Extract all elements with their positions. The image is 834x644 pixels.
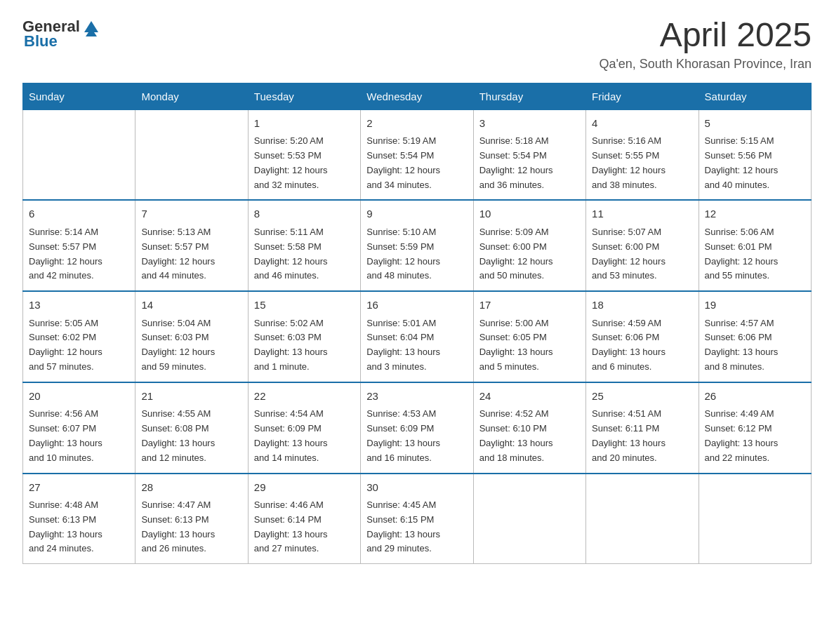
calendar-cell: 20Sunrise: 4:56 AM Sunset: 6:07 PM Dayli… xyxy=(23,382,135,474)
calendar-week-row: 20Sunrise: 4:56 AM Sunset: 6:07 PM Dayli… xyxy=(23,382,812,474)
day-number: 8 xyxy=(254,206,355,222)
calendar-week-row: 6Sunrise: 5:14 AM Sunset: 5:57 PM Daylig… xyxy=(23,200,812,291)
day-info: Sunrise: 4:52 AM Sunset: 6:10 PM Dayligh… xyxy=(479,407,580,465)
logo-blue-text: Blue xyxy=(24,32,58,51)
calendar-cell: 28Sunrise: 4:47 AM Sunset: 6:13 PM Dayli… xyxy=(135,474,248,564)
day-number: 15 xyxy=(254,297,355,314)
calendar-cell: 16Sunrise: 5:01 AM Sunset: 6:04 PM Dayli… xyxy=(361,291,473,382)
day-info: Sunrise: 5:02 AM Sunset: 6:03 PM Dayligh… xyxy=(254,316,355,375)
page-header: General Blue April 2025 Qa'en, South Kho… xyxy=(22,17,812,72)
calendar-cell: 19Sunrise: 4:57 AM Sunset: 6:06 PM Dayli… xyxy=(699,291,811,382)
day-number: 13 xyxy=(29,297,129,314)
day-info: Sunrise: 4:45 AM Sunset: 6:15 PM Dayligh… xyxy=(366,498,467,556)
calendar-week-row: 27Sunrise: 4:48 AM Sunset: 6:13 PM Dayli… xyxy=(23,474,812,564)
day-number: 5 xyxy=(705,116,805,132)
calendar-day-header: Saturday xyxy=(699,83,811,109)
day-info: Sunrise: 4:49 AM Sunset: 6:12 PM Dayligh… xyxy=(705,407,805,465)
calendar-cell: 23Sunrise: 4:53 AM Sunset: 6:09 PM Dayli… xyxy=(361,382,473,474)
calendar-day-header: Friday xyxy=(586,83,699,109)
logo-icon xyxy=(81,17,101,36)
calendar-body: 1Sunrise: 5:20 AM Sunset: 5:53 PM Daylig… xyxy=(23,109,812,563)
day-info: Sunrise: 5:14 AM Sunset: 5:57 PM Dayligh… xyxy=(29,225,129,283)
calendar-week-row: 13Sunrise: 5:05 AM Sunset: 6:02 PM Dayli… xyxy=(23,291,812,382)
calendar-day-header: Thursday xyxy=(473,83,585,109)
day-number: 21 xyxy=(141,389,241,405)
day-number: 22 xyxy=(254,389,355,405)
day-info: Sunrise: 5:04 AM Sunset: 6:03 PM Dayligh… xyxy=(141,316,241,375)
day-info: Sunrise: 4:53 AM Sunset: 6:09 PM Dayligh… xyxy=(366,407,467,465)
day-number: 1 xyxy=(254,116,355,132)
day-info: Sunrise: 4:57 AM Sunset: 6:06 PM Dayligh… xyxy=(705,316,805,375)
calendar-cell: 26Sunrise: 4:49 AM Sunset: 6:12 PM Dayli… xyxy=(699,382,811,474)
day-info: Sunrise: 5:18 AM Sunset: 5:54 PM Dayligh… xyxy=(479,134,580,192)
calendar-cell xyxy=(135,109,248,200)
day-info: Sunrise: 5:00 AM Sunset: 6:05 PM Dayligh… xyxy=(479,316,580,375)
day-number: 3 xyxy=(479,116,580,132)
logo: General Blue xyxy=(22,17,102,51)
day-number: 9 xyxy=(366,206,467,222)
day-number: 17 xyxy=(479,297,580,314)
calendar-cell: 6Sunrise: 5:14 AM Sunset: 5:57 PM Daylig… xyxy=(23,200,135,291)
calendar-week-row: 1Sunrise: 5:20 AM Sunset: 5:53 PM Daylig… xyxy=(23,109,812,200)
calendar-cell: 15Sunrise: 5:02 AM Sunset: 6:03 PM Dayli… xyxy=(248,291,360,382)
calendar-day-header: Tuesday xyxy=(248,83,360,109)
calendar-cell xyxy=(586,474,699,564)
calendar-cell: 13Sunrise: 5:05 AM Sunset: 6:02 PM Dayli… xyxy=(23,291,135,382)
day-number: 24 xyxy=(479,389,580,405)
calendar-cell: 10Sunrise: 5:09 AM Sunset: 6:00 PM Dayli… xyxy=(473,200,585,291)
calendar-cell: 21Sunrise: 4:55 AM Sunset: 6:08 PM Dayli… xyxy=(135,382,248,474)
day-number: 23 xyxy=(366,389,467,405)
calendar-cell: 2Sunrise: 5:19 AM Sunset: 5:54 PM Daylig… xyxy=(361,109,473,200)
day-info: Sunrise: 4:47 AM Sunset: 6:13 PM Dayligh… xyxy=(141,498,241,556)
calendar-header-row: SundayMondayTuesdayWednesdayThursdayFrid… xyxy=(23,83,812,109)
day-info: Sunrise: 5:06 AM Sunset: 6:01 PM Dayligh… xyxy=(705,225,805,283)
day-number: 16 xyxy=(366,297,467,314)
day-info: Sunrise: 5:10 AM Sunset: 5:59 PM Dayligh… xyxy=(366,225,467,283)
calendar-cell: 30Sunrise: 4:45 AM Sunset: 6:15 PM Dayli… xyxy=(361,474,473,564)
calendar-cell: 27Sunrise: 4:48 AM Sunset: 6:13 PM Dayli… xyxy=(23,474,135,564)
day-info: Sunrise: 5:19 AM Sunset: 5:54 PM Dayligh… xyxy=(366,134,467,192)
calendar-cell: 4Sunrise: 5:16 AM Sunset: 5:55 PM Daylig… xyxy=(586,109,699,200)
day-info: Sunrise: 5:11 AM Sunset: 5:58 PM Dayligh… xyxy=(254,225,355,283)
day-number: 19 xyxy=(705,297,805,314)
day-number: 11 xyxy=(592,206,692,222)
day-info: Sunrise: 5:20 AM Sunset: 5:53 PM Dayligh… xyxy=(254,134,355,192)
calendar-cell: 5Sunrise: 5:15 AM Sunset: 5:56 PM Daylig… xyxy=(699,109,811,200)
calendar-cell: 17Sunrise: 5:00 AM Sunset: 6:05 PM Dayli… xyxy=(473,291,585,382)
calendar-cell: 3Sunrise: 5:18 AM Sunset: 5:54 PM Daylig… xyxy=(473,109,585,200)
calendar-cell: 12Sunrise: 5:06 AM Sunset: 6:01 PM Dayli… xyxy=(699,200,811,291)
day-info: Sunrise: 5:15 AM Sunset: 5:56 PM Dayligh… xyxy=(705,134,805,192)
calendar-cell: 14Sunrise: 5:04 AM Sunset: 6:03 PM Dayli… xyxy=(135,291,248,382)
page-title: April 2025 xyxy=(599,17,812,54)
svg-marker-0 xyxy=(84,21,98,32)
calendar-cell: 8Sunrise: 5:11 AM Sunset: 5:58 PM Daylig… xyxy=(248,200,360,291)
day-info: Sunrise: 4:46 AM Sunset: 6:14 PM Dayligh… xyxy=(254,498,355,556)
day-info: Sunrise: 4:51 AM Sunset: 6:11 PM Dayligh… xyxy=(592,407,692,465)
day-info: Sunrise: 5:01 AM Sunset: 6:04 PM Dayligh… xyxy=(366,316,467,375)
day-info: Sunrise: 4:55 AM Sunset: 6:08 PM Dayligh… xyxy=(141,407,241,465)
day-info: Sunrise: 5:09 AM Sunset: 6:00 PM Dayligh… xyxy=(479,225,580,283)
calendar-table: SundayMondayTuesdayWednesdayThursdayFrid… xyxy=(22,83,812,564)
calendar-cell: 1Sunrise: 5:20 AM Sunset: 5:53 PM Daylig… xyxy=(248,109,360,200)
day-number: 12 xyxy=(705,206,805,222)
calendar-cell: 18Sunrise: 4:59 AM Sunset: 6:06 PM Dayli… xyxy=(586,291,699,382)
day-info: Sunrise: 5:07 AM Sunset: 6:00 PM Dayligh… xyxy=(592,225,692,283)
day-number: 27 xyxy=(29,480,129,496)
day-info: Sunrise: 5:16 AM Sunset: 5:55 PM Dayligh… xyxy=(592,134,692,192)
day-info: Sunrise: 4:54 AM Sunset: 6:09 PM Dayligh… xyxy=(254,407,355,465)
day-number: 14 xyxy=(141,297,241,314)
calendar-day-header: Sunday xyxy=(23,83,135,109)
day-info: Sunrise: 5:05 AM Sunset: 6:02 PM Dayligh… xyxy=(29,316,129,375)
day-number: 29 xyxy=(254,480,355,496)
page-subtitle: Qa'en, South Khorasan Province, Iran xyxy=(599,57,812,72)
calendar-cell: 25Sunrise: 4:51 AM Sunset: 6:11 PM Dayli… xyxy=(586,382,699,474)
day-number: 6 xyxy=(29,206,129,222)
day-number: 20 xyxy=(29,389,129,405)
day-info: Sunrise: 4:56 AM Sunset: 6:07 PM Dayligh… xyxy=(29,407,129,465)
calendar-cell: 9Sunrise: 5:10 AM Sunset: 5:59 PM Daylig… xyxy=(361,200,473,291)
calendar-day-header: Monday xyxy=(135,83,248,109)
day-number: 30 xyxy=(366,480,467,496)
day-info: Sunrise: 4:59 AM Sunset: 6:06 PM Dayligh… xyxy=(592,316,692,375)
calendar-cell: 29Sunrise: 4:46 AM Sunset: 6:14 PM Dayli… xyxy=(248,474,360,564)
calendar-day-header: Wednesday xyxy=(361,83,473,109)
